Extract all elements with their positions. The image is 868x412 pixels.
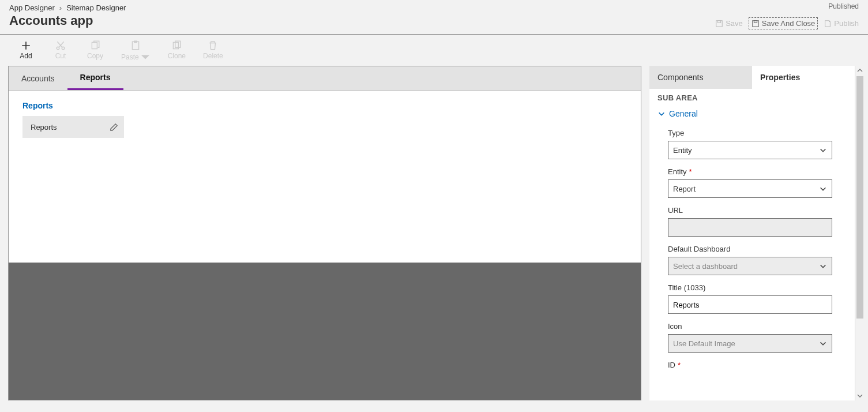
publish-icon (824, 20, 832, 28)
plus-icon (21, 40, 31, 51)
tab-reports[interactable]: Reports (67, 66, 123, 90)
save-icon (715, 20, 723, 28)
chevron-down-icon (819, 146, 827, 154)
entity-label: Entity (668, 167, 687, 176)
chevron-down-icon (819, 262, 827, 270)
properties-body: SUB AREA General Type Entity Entity* Rep… (649, 89, 855, 400)
url-input (668, 218, 832, 237)
side-tabs: Components Properties (649, 66, 855, 89)
url-label: URL (668, 206, 683, 215)
icon-select[interactable]: Use Default Image (668, 334, 832, 353)
toolbar: Add Cut Copy Paste Clone Delete (0, 35, 868, 66)
scroll-up-button[interactable] (855, 66, 865, 75)
group-title[interactable]: Reports (22, 101, 627, 110)
svg-rect-0 (716, 20, 723, 27)
save-and-close-button[interactable]: Save And Close (749, 17, 818, 29)
title-input[interactable] (668, 295, 832, 314)
dashboard-placeholder: Select a dashboard (673, 262, 738, 271)
side-panel: Components Properties SUB AREA General T… (649, 66, 855, 400)
field-icon: Icon Use Default Image (668, 322, 847, 353)
dashboard-select[interactable]: Select a dashboard (668, 257, 832, 275)
clone-button: Clone (168, 40, 186, 62)
sitemap-canvas: Accounts Reports Reports Reports (8, 66, 641, 400)
field-type: Type Entity (668, 129, 847, 159)
header: App Designer › Sitemap Designer Accounts… (0, 0, 868, 35)
type-value: Entity (673, 146, 692, 155)
icon-value: Use Default Image (673, 339, 735, 348)
side-panel-wrapper: Components Properties SUB AREA General T… (649, 66, 868, 400)
canvas-body[interactable]: Reports Reports (9, 91, 641, 263)
tab-accounts[interactable]: Accounts (9, 66, 67, 90)
chevron-down-icon (657, 110, 666, 118)
tab-properties[interactable]: Properties (752, 66, 855, 89)
entity-value: Report (673, 185, 696, 193)
scroll-down-button[interactable] (855, 391, 865, 400)
field-entity: Entity* Report (668, 167, 847, 198)
chevron-down-icon (857, 393, 863, 399)
copy-label: Copy (87, 52, 103, 60)
general-section-toggle[interactable]: General (657, 109, 847, 124)
scrollbar[interactable] (855, 66, 864, 400)
header-actions: Save Save And Close Publish (715, 17, 859, 29)
chevron-down-icon (819, 185, 827, 193)
breadcrumb-current: Sitemap Designer (66, 3, 126, 12)
chevron-up-icon (857, 68, 863, 73)
svg-rect-6 (92, 42, 97, 48)
chevron-down-icon (819, 339, 827, 347)
svg-rect-2 (753, 20, 759, 27)
subarea-item-reports[interactable]: Reports (22, 116, 124, 138)
clipboard-icon (130, 40, 141, 51)
breadcrumb-root[interactable]: App Designer (9, 3, 55, 12)
publish-button: Publish (824, 19, 859, 28)
main: Accounts Reports Reports Reports Compone… (0, 66, 868, 400)
paste-button: Paste (121, 40, 151, 62)
required-asterisk: * (689, 167, 692, 176)
delete-label: Delete (203, 52, 223, 60)
save-close-label: Save And Close (762, 19, 816, 28)
breadcrumb: App Designer › Sitemap Designer (9, 3, 859, 12)
entity-select[interactable]: Report (668, 179, 832, 198)
svg-point-4 (57, 47, 59, 50)
dashboard-label: Default Dashboard (668, 245, 730, 253)
general-label: General (669, 109, 698, 118)
title-label: Title (1033) (668, 283, 705, 292)
section-label: SUB AREA (657, 89, 847, 109)
cut-button: Cut (52, 40, 69, 62)
field-dashboard: Default Dashboard Select a dashboard (668, 245, 847, 275)
subarea-item-label: Reports (31, 123, 57, 132)
type-label: Type (668, 129, 684, 137)
scrollbar-thumb[interactable] (856, 76, 863, 319)
icon-label: Icon (668, 322, 682, 331)
clone-icon (171, 40, 182, 51)
copy-button: Copy (87, 40, 104, 62)
chevron-down-icon (140, 52, 151, 62)
svg-rect-7 (133, 42, 139, 50)
clone-label: Clone (168, 52, 186, 60)
chevron-right-icon: › (59, 3, 62, 12)
trash-icon (208, 40, 218, 51)
paste-label: Paste (121, 53, 139, 61)
delete-button: Delete (203, 40, 223, 62)
scissors-icon (55, 40, 66, 51)
url-text (673, 223, 827, 232)
svg-rect-3 (754, 20, 757, 23)
pencil-icon[interactable] (110, 123, 118, 132)
tab-components[interactable]: Components (649, 66, 752, 89)
title-text[interactable] (673, 301, 827, 309)
publish-label: Publish (834, 19, 859, 28)
save-label: Save (726, 19, 743, 28)
cut-label: Cut (55, 52, 66, 60)
field-title: Title (1033) (668, 283, 847, 314)
required-asterisk: * (678, 361, 681, 369)
add-button[interactable]: Add (17, 40, 35, 62)
svg-rect-1 (718, 20, 721, 23)
add-label: Add (20, 52, 32, 60)
area-tabs: Accounts Reports (9, 66, 641, 91)
id-label: ID (668, 361, 675, 369)
field-url: URL (668, 206, 847, 237)
save-close-icon (751, 20, 760, 28)
svg-point-5 (62, 47, 65, 50)
copy-icon (90, 40, 100, 51)
publish-status: Published (828, 2, 859, 10)
type-select[interactable]: Entity (668, 141, 832, 159)
